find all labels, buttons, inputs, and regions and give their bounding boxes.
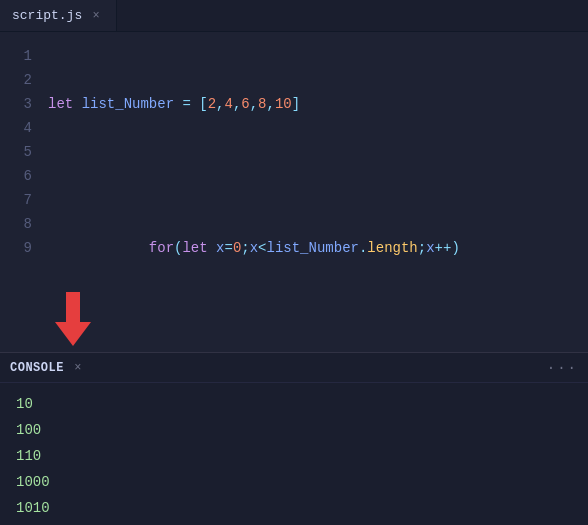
arrow-head: [55, 322, 91, 346]
line-num-7: 7: [0, 188, 32, 212]
tab-script-js[interactable]: script.js ×: [0, 0, 117, 31]
line-num-3: 3: [0, 92, 32, 116]
code-line-3: for(let x=0;x<list_Number.length;x++): [48, 236, 588, 260]
console-output-line-1: 10: [16, 391, 572, 417]
line-num-2: 2: [0, 68, 32, 92]
code-line-2: [48, 164, 588, 188]
arrow-area: [0, 292, 588, 352]
editor-area: 1 2 3 4 5 6 7 8 9 let list_Number = [2,4…: [0, 32, 588, 292]
line-num-8: 8: [0, 212, 32, 236]
line-num-1: 1: [0, 44, 32, 68]
arrow-shaft: [66, 292, 80, 322]
console-output-line-2: 100: [16, 417, 572, 443]
console-panel: CONSOLE × ··· 10 100 110 1000 1010: [0, 352, 588, 525]
line-numbers: 1 2 3 4 5 6 7 8 9: [0, 32, 40, 292]
console-output-line-3: 110: [16, 443, 572, 469]
console-output-line-4: 1000: [16, 469, 572, 495]
red-arrow: [55, 292, 91, 346]
console-menu-button[interactable]: ···: [547, 360, 578, 376]
console-output: 10 100 110 1000 1010: [0, 383, 588, 525]
console-title: CONSOLE: [10, 361, 64, 375]
console-close-button[interactable]: ×: [70, 360, 86, 376]
console-header: CONSOLE × ···: [0, 353, 588, 383]
tab-bar: script.js ×: [0, 0, 588, 32]
console-output-line-5: 1010: [16, 495, 572, 521]
line-num-9: 9: [0, 236, 32, 260]
code-editor[interactable]: let list_Number = [2,4,6,8,10] for(let x…: [40, 32, 588, 292]
tab-close-button[interactable]: ×: [88, 8, 104, 24]
line-num-5: 5: [0, 140, 32, 164]
line-num-6: 6: [0, 164, 32, 188]
code-line-1: let list_Number = [2,4,6,8,10]: [48, 92, 588, 116]
line-num-4: 4: [0, 116, 32, 140]
tab-filename: script.js: [12, 8, 82, 23]
